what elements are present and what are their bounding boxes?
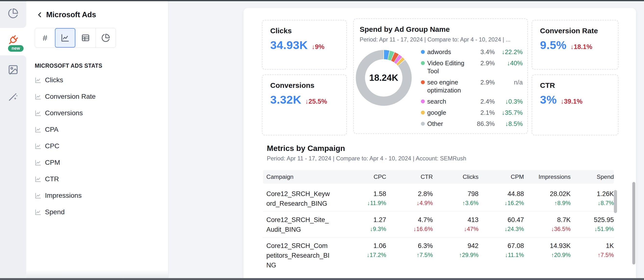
stat-label: Clicks [45,76,63,84]
line-chart-icon [35,159,41,166]
metric-change: ↑7.5% [386,251,433,259]
metric-cell: 1K ↑7.5% [570,241,614,270]
rail-item-media[interactable] [0,63,26,76]
chart-subtitle: Period: Apr 11 - 17, 2024 | Compare to: … [360,36,522,43]
metric-change: ↓9.3% [341,225,386,233]
kpi-value: 3.32K [270,93,301,106]
stat-list-item[interactable]: Conversions [26,105,168,121]
legend-dot [421,50,425,54]
window-top-edge [0,0,644,1]
metric-change: ↓51.9% [570,225,614,233]
pie-chart-icon [101,33,110,42]
stat-label: CPC [45,142,59,150]
stat-label: Impressions [45,192,82,199]
table-title: Metrics by Campaign [267,144,345,153]
kpi-value: 9.5% [540,38,566,52]
stat-label: CTR [45,175,59,183]
legend-dot [421,111,425,115]
stat-list-item[interactable]: Impressions [26,187,168,204]
legend-row[interactable]: Other 86.3% ↓8.5% [421,120,523,128]
rail-item-magic-tools[interactable] [0,90,26,103]
metric-change: ↓11.1% [478,251,524,259]
view-line-chart-button[interactable] [55,28,75,48]
page-scrollbar[interactable] [632,182,635,265]
metric-change: ↓16.2% [478,199,524,207]
view-table-button[interactable] [75,28,96,48]
metric-value: 4.7% [386,215,433,225]
rail-item-reports[interactable] [0,6,26,20]
view-number-button[interactable]: # [35,28,55,48]
stat-list-item[interactable]: CTR [26,171,168,187]
metric-value: 2.8% [386,189,433,199]
metric-value: 14.93K [524,241,570,251]
legend-dot [421,61,425,65]
column-header-cpc: CPC [341,173,386,180]
metric-change: ↓4.9% [386,199,433,207]
metric-cell: 1.06 ↓17.2% [341,241,386,270]
line-chart-icon [35,110,41,117]
rail-item-connectors[interactable] [0,33,26,47]
legend-percent: 2.9% [465,78,495,86]
metric-value: 60.47 [478,215,524,225]
wand-icon [8,91,19,102]
column-header-clicks: Clicks [433,173,478,180]
table-body: Core12_SRCH_Keyword_Research_BING 1.58 ↓… [263,186,614,273]
metrics-table: Campaign CPC CTR Clicks CPM Impressions … [263,170,614,273]
window-bottom-edge [0,278,644,280]
metric-change: ↓24.3% [478,225,524,233]
column-header-cpm: CPM [478,173,524,180]
dashboard-card: Clicks 34.93K ↓9% Conversions 3.32K ↓25.… [244,8,636,280]
stat-list-item[interactable]: CPA [26,121,168,138]
table-scrollbar[interactable] [614,190,617,213]
legend-row[interactable]: google 2.1% ↓35.7% [421,109,523,117]
legend-label: seo engine optimization [427,78,465,94]
stat-label: Conversion Rate [45,93,96,101]
column-header-spend: Spend [570,173,614,180]
pie-chart-icon [8,8,18,19]
metric-value: 1.06 [341,241,386,251]
legend-row[interactable]: adwords 3.4% ↓22.2% [421,48,523,56]
table-icon [81,33,90,42]
stat-label: Conversions [45,109,83,117]
legend-change: ↓8.5% [495,120,523,128]
metric-value: 1.27 [341,215,386,225]
legend-change: ↓0.3% [495,98,523,106]
stat-list-item[interactable]: Conversion Rate [26,88,168,105]
metric-change: ↓11.9% [341,199,386,207]
metric-cell: 1.58 ↓11.9% [341,189,386,208]
icon-rail: new [0,0,26,280]
view-pie-chart-button[interactable] [96,28,116,48]
new-badge: new [8,45,24,52]
metric-value: 413 [433,215,478,225]
metric-value: 8.7K [524,215,570,225]
stat-list-item[interactable]: Clicks [26,72,168,88]
legend-row[interactable]: search 2.4% ↓0.3% [421,98,523,106]
metric-value: 1.26K [570,189,614,199]
column-header-campaign: Campaign [263,173,341,180]
metric-cell: 798 ↑3.6% [433,189,478,208]
hash-icon: # [43,33,48,43]
view-switcher: # [35,28,116,48]
line-chart-icon [35,176,41,182]
kpi-card-clicks: Clicks 34.93K ↓9% [262,20,347,70]
spend-by-ad-group-card: Spend by Ad Group Name Period: Apr 11 - … [353,18,528,134]
stat-list-item[interactable]: CPM [26,154,168,171]
legend-change: ↓40% [495,59,523,67]
stats-list: Clicks Conversion Rate Conversions CPA C… [26,72,168,220]
donut-hole: 18.24K [365,59,402,97]
back-button[interactable] [35,10,44,19]
stat-list-item[interactable]: Spend [26,204,168,220]
metric-cell: 67.08 ↓11.1% [478,241,524,270]
kpi-title: Conversion Rate [540,27,618,35]
line-chart-icon [35,209,41,215]
legend-label: Video Editing Tool [427,59,465,75]
legend-row[interactable]: seo engine optimization 2.9% n/a [421,78,523,94]
metric-cell: 1.27 ↓9.3% [341,215,386,234]
donut-chart[interactable]: 18.24K [356,50,412,106]
legend-row[interactable]: Video Editing Tool 2.9% ↓40% [421,59,523,75]
metric-change: ↓47% [433,225,478,233]
stat-list-item[interactable]: CPC [26,138,168,154]
metric-value: 525.95 [570,215,614,225]
metric-value: 1K [570,241,614,251]
metric-cell: 28.02K ↑8.9% [524,189,570,208]
